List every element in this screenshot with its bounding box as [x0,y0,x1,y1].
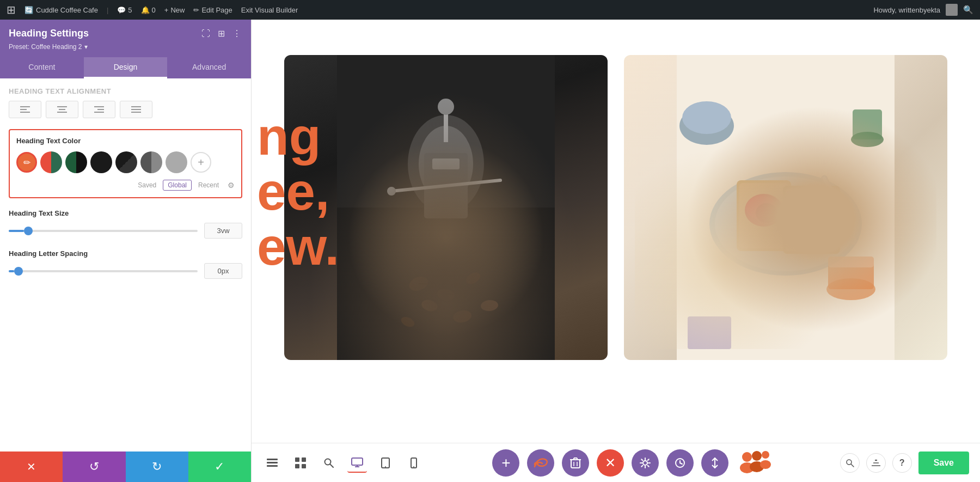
svg-point-24 [452,309,472,324]
text-size-slider[interactable] [9,230,198,232]
svg-rect-36 [739,183,788,248]
save-button[interactable]: Save [918,452,969,474]
align-justify-btn[interactable] [120,101,152,118]
divi-button[interactable] [527,449,554,477]
svg-point-26 [480,300,499,312]
letter-spacing-slider[interactable] [9,270,198,272]
search-toolbar-icon[interactable] [319,453,339,473]
alignment-section-title: Heading Text Alignment [9,87,242,95]
fullscreen-icon[interactable]: ⛶ [200,28,211,40]
align-left-btn[interactable] [9,101,41,118]
desktop-icon[interactable] [347,453,367,473]
grid-icon[interactable]: ⊞ [217,27,226,40]
more-icon[interactable]: ⋮ [231,27,242,40]
grid-view-icon[interactable] [291,453,310,473]
menu-icon[interactable] [262,453,282,473]
mobile-icon[interactable] [404,453,424,473]
color-swatch-edit[interactable]: ✏ [16,152,37,173]
page-content: ng ee, ew. [252,20,980,482]
cancel-button[interactable]: ✕ [0,452,63,482]
notif-count-item[interactable]: 🔔 0 [141,6,156,14]
settings-button[interactable] [632,449,659,477]
edit-page-button[interactable]: ✏ Edit Page [193,6,232,14]
svg-point-67 [413,466,414,467]
site-icon: 🔄 [24,6,33,14]
svg-point-37 [745,194,783,227]
tablet-icon[interactable] [376,453,395,473]
svg-point-15 [419,126,473,202]
svg-line-87 [851,464,854,467]
search-icon-adminbar[interactable]: 🔍 [963,5,973,15]
trash-button[interactable] [562,449,589,477]
color-tab-global[interactable]: Global [163,180,192,191]
edit-pencil-icon: ✏ [23,157,30,168]
color-section: Heading Text Color ✏ [9,129,242,198]
color-settings-icon[interactable]: ⚙ [228,181,235,190]
color-swatches: ✏ [16,151,235,173]
color-tab-recent[interactable]: Recent [198,181,219,189]
color-swatch-6[interactable] [166,151,187,173]
svg-point-84 [762,451,769,459]
svg-rect-53 [267,462,278,463]
preset-label[interactable]: Preset: Coffee Heading 2 ▾ [9,43,242,51]
color-swatch-2[interactable] [65,151,87,173]
color-swatch-5[interactable] [140,151,162,173]
align-center-btn[interactable] [46,101,78,118]
add-color-btn[interactable]: + [191,152,211,173]
comment-count-item[interactable]: 💬 5 [117,6,132,14]
text-size-label: Heading Text Size [9,209,242,217]
panel-tabs: Content Design Advanced [0,57,251,78]
tab-content[interactable]: Content [0,57,84,78]
color-tab-saved[interactable]: Saved [138,181,156,189]
toolbar-left [262,453,424,473]
pencil-icon: ✏ [193,6,199,14]
site-name[interactable]: 🔄 Cuddle Coffee Cafe [24,6,98,14]
tab-design[interactable]: Design [84,57,168,78]
layers-button[interactable] [866,453,886,473]
howdy-text: Howdy, writtenbyekta [873,6,940,14]
color-swatch-1[interactable] [40,151,62,173]
admin-bar-right: Howdy, writtenbyekta 🔍 [873,4,973,16]
exit-builder-button[interactable]: Exit Visual Builder [241,6,298,14]
gear-icon [639,457,651,469]
align-right-btn[interactable] [83,101,115,118]
redo-button[interactable]: ↻ [126,452,188,482]
people-button[interactable] [736,449,771,477]
bird-icon [534,457,548,469]
alignment-section: Heading Text Alignment [9,87,242,118]
confirm-button[interactable]: ✓ [188,452,251,482]
svg-rect-58 [302,464,306,468]
svg-point-19 [438,99,454,115]
add-button[interactable]: + [492,449,519,477]
reset-button[interactable]: ↺ [63,452,125,482]
wp-logo-icon[interactable]: ⊞ [7,3,16,16]
color-swatch-4[interactable] [115,151,137,173]
svg-rect-12 [337,55,555,360]
svg-point-20 [407,274,430,294]
tab-advanced[interactable]: Advanced [167,57,251,78]
new-button[interactable]: + New [164,6,185,14]
responsive-button[interactable] [701,449,728,477]
close-button[interactable]: ✕ [597,449,624,477]
svg-point-82 [752,451,762,461]
svg-point-23 [420,298,439,313]
user-avatar[interactable] [946,4,958,16]
color-tabs-row: Saved Global Recent ⚙ [16,180,235,191]
color-swatch-3[interactable] [90,151,112,173]
text-size-row [9,223,242,239]
letter-spacing-input[interactable] [204,263,242,279]
text-size-input[interactable] [204,223,242,239]
search-right-button[interactable] [840,453,860,473]
panel-header-icons: ⛶ ⊞ ⋮ [200,27,242,40]
trash-icon [570,457,581,469]
toolbar-right: ? Save [840,452,969,474]
orange-text-line2: ee, [257,164,339,219]
history-button[interactable] [666,449,694,477]
help-button[interactable]: ? [892,453,912,473]
svg-point-22 [464,270,482,286]
letter-spacing-row [9,263,242,279]
svg-point-30 [387,187,396,196]
panel-body: Heading Text Alignment [0,78,251,452]
svg-point-50 [682,101,731,134]
svg-rect-46 [828,257,874,267]
